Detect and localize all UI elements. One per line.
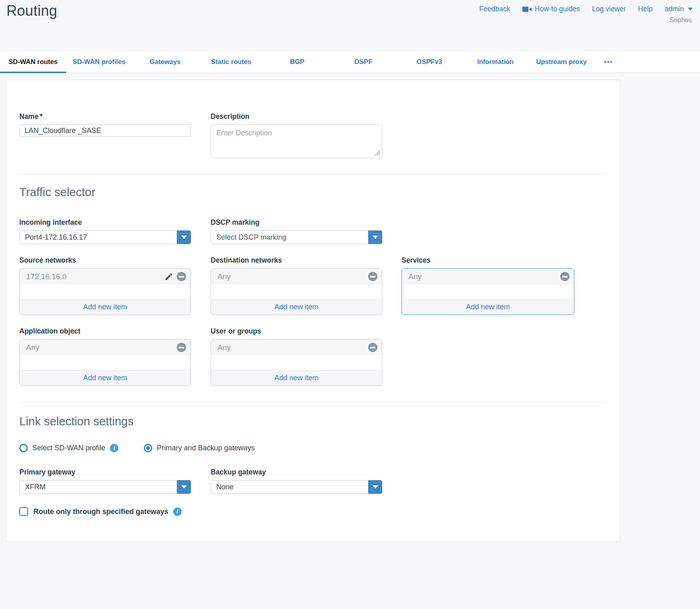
itembox-empty-area	[211, 355, 382, 370]
add-destination-network-button[interactable]: Add new item	[211, 299, 382, 315]
primary-gateway-label: Primary gateway	[19, 468, 191, 476]
itembox-empty-area	[211, 284, 382, 299]
tab-upstream-proxy[interactable]: Upstream proxy	[528, 51, 594, 72]
remove-item-icon[interactable]	[368, 272, 377, 281]
tab-information[interactable]: Information	[462, 51, 528, 72]
add-user-or-group-button[interactable]: Add new item	[211, 370, 382, 385]
admin-menu[interactable]: admin	[665, 5, 693, 13]
radio-select-sdwan-profile[interactable]: Select SD-WAN profile i	[19, 444, 118, 452]
itembox-empty-area	[20, 284, 191, 299]
list-item: Any	[20, 340, 191, 355]
feedback-link[interactable]: Feedback	[479, 5, 510, 13]
route-only-label: Route only through specified gateways	[33, 508, 168, 516]
itembox-empty-area	[20, 355, 191, 370]
tab-bgp[interactable]: BGP	[264, 51, 330, 72]
howto-guides-link[interactable]: How-to guides	[522, 5, 580, 13]
list-item: 172.16.16.0	[20, 269, 191, 284]
service-value: Any	[408, 272, 422, 281]
list-item: Any	[402, 269, 574, 284]
radio-primary-backup-gateways[interactable]: Primary and Backup gateways	[144, 444, 255, 452]
feedback-label: Feedback	[479, 5, 510, 13]
destination-networks-label: Destination networks	[211, 256, 382, 265]
user-or-groups-value: Any	[217, 343, 231, 352]
howto-guides-label: How-to guides	[535, 5, 580, 13]
radio-icon[interactable]	[144, 444, 152, 452]
interface-dscp-row: Incoming interface Port4-172.16.16.17 DS…	[19, 218, 607, 244]
dropdown-button[interactable]	[368, 230, 382, 244]
remove-item-icon[interactable]	[368, 343, 377, 352]
section-divider	[19, 402, 607, 403]
header-links: Feedback How-to guides Log viewer Help a…	[479, 5, 693, 13]
networks-services-row: Source networks 172.16.16.0 Add new item…	[19, 256, 607, 315]
incoming-interface-select[interactable]: Port4-172.16.16.17	[19, 230, 191, 244]
tab-gateways[interactable]: Gateways	[132, 51, 198, 72]
application-object-value: Any	[26, 343, 39, 352]
source-network-value: 172.16.16.0	[26, 272, 66, 281]
gateways-row: Primary gateway XFRM Backup gateway None	[19, 468, 607, 494]
services-box: Any Add new item	[402, 268, 574, 315]
remove-item-icon[interactable]	[177, 272, 186, 281]
dscp-marking-select[interactable]: Select DSCP marking	[211, 230, 382, 244]
log-viewer-link[interactable]: Log viewer	[592, 5, 626, 13]
info-icon[interactable]: i	[173, 508, 182, 516]
tab-sdwan-routes[interactable]: SD-WAN routes	[0, 51, 66, 72]
dscp-marking-value: Select DSCP marking	[216, 233, 286, 242]
radio-label: Primary and Backup gateways	[157, 444, 255, 452]
backup-gateway-select[interactable]: None	[211, 480, 382, 494]
name-description-row: Name* Description	[19, 112, 607, 158]
user-or-groups-label: User or groups	[211, 327, 382, 336]
source-networks-box: 172.16.16.0 Add new item	[19, 268, 191, 315]
dropdown-button[interactable]	[177, 480, 191, 494]
source-networks-label: Source networks	[19, 256, 191, 265]
description-textarea[interactable]	[211, 124, 382, 158]
route-only-checkbox[interactable]	[19, 507, 28, 516]
remove-item-icon[interactable]	[560, 272, 570, 281]
edit-pencil-icon[interactable]	[164, 272, 173, 281]
help-label: Help	[638, 5, 652, 13]
radio-icon[interactable]	[19, 444, 28, 452]
add-application-object-button[interactable]: Add new item	[20, 370, 191, 385]
page-header: Routing Feedback How-to guides Log viewe…	[0, 0, 700, 51]
info-icon[interactable]: i	[110, 444, 118, 452]
tab-sdwan-profiles[interactable]: SD-WAN profiles	[66, 51, 132, 72]
add-source-network-button[interactable]: Add new item	[20, 299, 191, 315]
list-item: Any	[211, 340, 382, 355]
log-viewer-label: Log viewer	[592, 5, 626, 13]
chevron-down-icon	[373, 236, 378, 239]
tab-ospfv3[interactable]: OSPFv3	[396, 51, 462, 72]
name-input[interactable]	[19, 124, 191, 137]
radio-label: Select SD-WAN profile	[32, 444, 105, 452]
incoming-interface-label: Incoming interface	[19, 218, 191, 227]
user-or-groups-box: Any Add new item	[211, 339, 382, 386]
link-selection-heading: Link selection settings	[19, 415, 607, 428]
link-selection-radios: Select SD-WAN profile i Primary and Back…	[19, 444, 607, 452]
chevron-down-icon	[181, 236, 187, 239]
destination-network-value: Any	[217, 272, 231, 281]
primary-gateway-select[interactable]: XFRM	[19, 480, 191, 494]
tab-ospf[interactable]: OSPF	[330, 51, 396, 72]
page-title: Routing	[6, 2, 57, 19]
backup-gateway-value: None	[216, 483, 234, 491]
more-tabs-icon[interactable]: •••	[594, 51, 623, 72]
dscp-marking-label: DSCP marking	[211, 218, 382, 227]
help-link[interactable]: Help	[638, 5, 652, 13]
traffic-selector-heading: Traffic selector	[19, 186, 607, 199]
itembox-empty-area	[402, 284, 574, 299]
application-object-box: Any Add new item	[19, 339, 191, 386]
brand-label: Sophos	[669, 16, 692, 24]
video-camera-icon	[522, 6, 532, 12]
application-users-row: Application object Any Add new item User…	[19, 327, 607, 386]
chevron-down-icon	[181, 485, 187, 489]
route-only-row: Route only through specified gateways i	[19, 507, 607, 516]
tab-static-routes[interactable]: Static routes	[198, 51, 264, 72]
application-object-label: Application object	[19, 327, 191, 336]
list-item: Any	[211, 269, 382, 284]
admin-label: admin	[665, 5, 684, 13]
dropdown-button[interactable]	[368, 480, 382, 494]
chevron-down-icon	[688, 8, 693, 10]
primary-gateway-value: XFRM	[25, 483, 46, 491]
add-service-button[interactable]: Add new item	[402, 299, 574, 315]
dropdown-button[interactable]	[177, 230, 191, 244]
incoming-interface-value: Port4-172.16.16.17	[25, 233, 87, 242]
remove-item-icon[interactable]	[177, 343, 186, 352]
